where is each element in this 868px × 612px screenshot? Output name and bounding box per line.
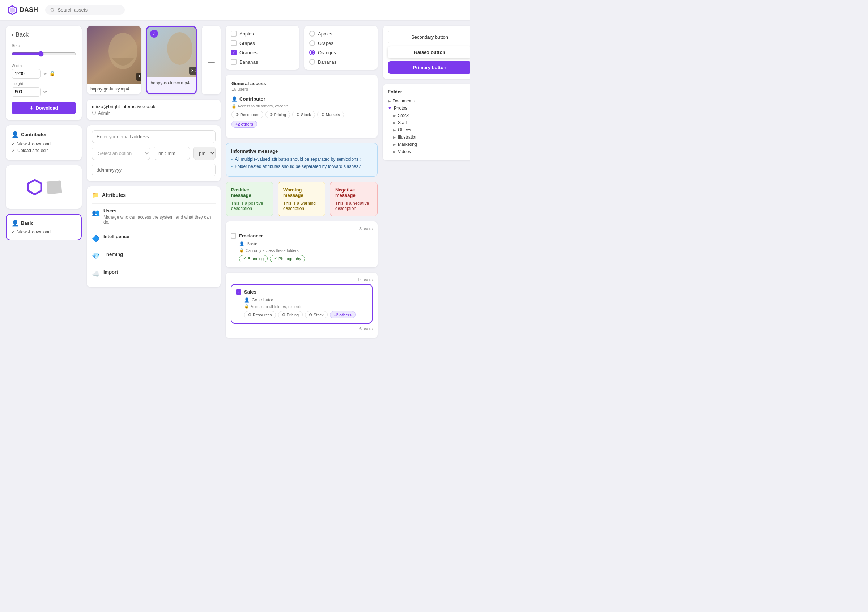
search-bar[interactable] [45, 5, 125, 15]
sales-count: 14 users [231, 278, 372, 282]
warning-desc: This is a warning description [283, 201, 320, 211]
bullet-icon-1: • [231, 157, 232, 162]
tag-resources[interactable]: ⊘ Resources [231, 111, 263, 118]
tag-markets[interactable]: ⊘ Markets [317, 111, 344, 118]
checkbox-list: Apples Grapes ✓ Oranges Bananas [231, 31, 294, 65]
tree-item-videos[interactable]: ▶ Videos [393, 148, 470, 155]
media-card-1[interactable]: 3:20 ▶ happy-go-lucky.mp4 [87, 26, 141, 95]
tag-sales-resources[interactable]: ⊘ Resources [244, 311, 276, 318]
media-name-1: happy-go-lucky.mp4 [87, 84, 141, 95]
negative-message: Negative message This is a negative desc… [330, 182, 378, 216]
checkbox-oranges[interactable]: ✓ [231, 50, 237, 55]
tree-label-offices: Offices [398, 127, 411, 132]
radio-oranges[interactable] [309, 50, 315, 55]
width-input[interactable] [12, 69, 40, 79]
radio-row-bananas[interactable]: Bananas [309, 59, 372, 65]
menu-line-2 [208, 60, 215, 61]
sales-panel: 14 users ✓ Sales 👤 Contributor 🔒 Acce [226, 272, 378, 338]
checkbox-row-apples[interactable]: Apples [231, 31, 294, 37]
search-input[interactable] [58, 7, 120, 12]
arrow-videos: ▶ [393, 149, 396, 154]
tag-branding[interactable]: ✓ Branding [239, 255, 268, 263]
attrs-item-import[interactable]: ☁️ Import [92, 264, 215, 282]
sales-folder-tags: ⊘ Resources ⊘ Pricing ⊘ Stock [244, 311, 367, 318]
back-button[interactable]: ‹ Back [12, 31, 76, 38]
media-card-2[interactable]: ✓ 3:20 ▶ happy-go-lucky.mp4 [146, 26, 197, 95]
checkbox-grapes[interactable] [231, 40, 237, 46]
menu-card[interactable] [202, 26, 221, 95]
checkbox-row-bananas[interactable]: Bananas [231, 59, 294, 65]
option-select[interactable]: Select an option [92, 147, 150, 160]
width-unit: px [43, 71, 47, 76]
video-duration-1: 3:20 ▶ [136, 73, 141, 81]
tree-item-marketing[interactable]: ▶ Marketing [393, 141, 470, 148]
tree-item-illustration[interactable]: ▶ Illustration [393, 134, 470, 141]
primary-button[interactable]: Primary button [388, 61, 470, 74]
contributor-perm-1: View & download [17, 141, 51, 147]
radio-row-grapes[interactable]: Grapes [309, 40, 372, 46]
cancel-sales-resources: ⊘ [248, 312, 251, 317]
size-slider[interactable] [12, 51, 76, 57]
download-button[interactable]: ⬇ Download [12, 102, 76, 114]
attrs-users-desc: Manage who can access the system, and wh… [104, 214, 215, 225]
attrs-theme-content: Theming [104, 252, 123, 258]
height-label: Height [12, 81, 76, 86]
radio-row-apples[interactable]: Apples [309, 31, 372, 37]
tag-photography-label: Photography [279, 256, 301, 261]
checkbox-row-oranges[interactable]: ✓ Oranges [231, 50, 294, 55]
tag-sales-stock[interactable]: ⊘ Stock [305, 311, 328, 318]
freelancer-checkbox[interactable] [231, 233, 236, 239]
tree-item-documents[interactable]: ▶ Documents [388, 97, 470, 105]
checkbox-label-apples: Apples [239, 31, 254, 37]
sales-checkbox[interactable]: ✓ [236, 289, 241, 295]
tag-sales-pricing[interactable]: ⊘ Pricing [278, 311, 303, 318]
checkbox-row-grapes[interactable]: Grapes [231, 40, 294, 46]
tag-photography[interactable]: ✓ Photography [270, 255, 305, 263]
date-input[interactable] [92, 163, 215, 176]
plus-others-label: +2 others [236, 122, 253, 126]
radio-apples[interactable] [309, 31, 315, 37]
attrs-item-intelligence[interactable]: 🔷 Intelligence [92, 229, 215, 247]
checkbox-bananas[interactable] [231, 59, 237, 65]
height-input[interactable] [12, 87, 40, 96]
size-label: Size [12, 43, 76, 48]
radio-row-oranges[interactable]: Oranges [309, 50, 372, 55]
tree-item-staff[interactable]: ▶ Staff [393, 119, 470, 126]
users-icon: 👥 [92, 209, 100, 217]
lock-small-icon: 🔒 [231, 104, 237, 108]
download-icon: ⬇ [29, 105, 33, 111]
hamburger-menu[interactable] [208, 57, 215, 63]
arrow-offices: ▶ [393, 128, 396, 132]
access-desc-text: Access to all folders, except: [237, 104, 288, 108]
slider-container[interactable] [12, 51, 76, 58]
user-role-text: Admin [98, 111, 110, 116]
attrs-item-users[interactable]: 👥 Users Manage who can access the system… [92, 203, 215, 229]
basic-check-icon: ✓ [12, 230, 15, 235]
raised-button[interactable]: Raised button [388, 46, 470, 58]
negative-title: Negative message [335, 187, 372, 198]
secondary-button[interactable]: Secondary button [388, 31, 470, 43]
cancel-icon-stock: ⊘ [296, 112, 299, 117]
positive-message: Positive message This is a positive desc… [226, 182, 273, 216]
checkbox-apples[interactable] [231, 31, 237, 37]
attrs-item-theming[interactable]: 💎 Theming [92, 247, 215, 264]
tag-plus-others[interactable]: +2 others [231, 121, 257, 128]
menu-line-1 [208, 57, 215, 58]
email-input[interactable] [92, 130, 215, 143]
svg-marker-1 [10, 7, 15, 13]
tree-item-stock[interactable]: ▶ Stock [393, 112, 470, 119]
radio-grapes[interactable] [309, 40, 315, 46]
arrow-marketing: ▶ [393, 142, 396, 147]
radio-bananas[interactable] [309, 59, 315, 65]
check-photography: ✓ [274, 256, 277, 261]
freelancer-lock-icon: 🔒 [239, 248, 244, 253]
tag-sales-others[interactable]: +2 others [330, 311, 355, 318]
ampm-select[interactable]: pm [194, 147, 215, 160]
time-input[interactable] [154, 147, 190, 160]
sales-group-item: ✓ Sales 👤 Contributor 🔒 Access to all fo… [231, 284, 372, 323]
tree-item-photos[interactable]: ▼ Photos [388, 105, 470, 112]
tree-item-offices[interactable]: ▶ Offices [393, 126, 470, 134]
tag-stock[interactable]: ⊘ Stock [292, 111, 315, 118]
tag-pricing[interactable]: ⊘ Pricing [265, 111, 290, 118]
basic-item-1: ✓ View & download [12, 230, 76, 235]
